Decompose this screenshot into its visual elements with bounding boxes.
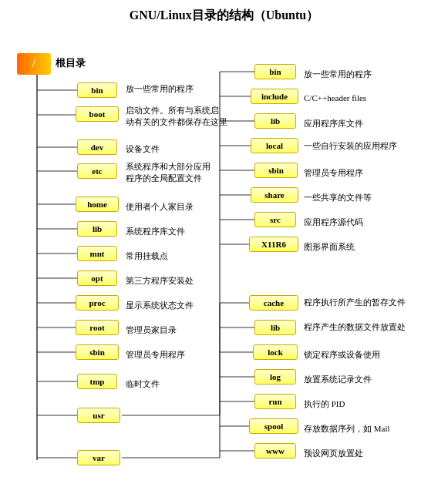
node-usr: usr [77,408,120,423]
label-boot: 启动文件。所有与系统启动有关的文件都保存在这里 [126,105,237,129]
node-sbin-left: sbin [76,344,119,360]
node-boot: boot [76,106,119,122]
label-usr-lib: 应用程序库文件 [304,118,363,129]
root-node: / [17,53,51,75]
label-lib-left: 系统程序库文件 [126,226,185,237]
label-root-dir: 管理员家目录 [126,324,177,336]
node-proc: proc [76,295,119,311]
label-usr-share: 一些共享的文件等 [304,192,372,203]
node-var: var [77,450,120,465]
node-lib-left: lib [77,221,117,237]
label-var-www: 预设网页放置处 [304,448,363,459]
label-mnt: 常用挂载点 [126,250,168,262]
node-var-lib: lib [254,320,296,335]
node-usr-x11r6: X11R6 [249,237,298,252]
label-var-log: 放置系统记录文件 [304,374,372,385]
label-usr-sbin: 管理员专用程序 [304,167,363,179]
label-var-cache: 程序执行所产生的暂存文件 [304,297,439,308]
label-bin-left: 放一些常用的程序 [126,83,194,95]
node-usr-local: local [251,138,298,153]
label-opt: 第三方程序安装处 [126,275,194,287]
node-root-dir: root [76,320,119,335]
node-dev: dev [77,139,117,155]
label-proc: 显示系统状态文件 [126,300,194,311]
node-usr-lib: lib [254,113,296,129]
node-opt: opt [77,270,117,286]
node-usr-share: share [251,187,298,203]
node-bin-left: bin [77,82,117,98]
node-var-lock: lock [253,344,298,360]
label-sbin-left: 管理员专用程序 [126,349,185,361]
label-var-spool: 存放数据序列，如 Mail [304,423,439,435]
node-usr-src: src [254,212,296,227]
node-usr-sbin: sbin [254,163,298,178]
root-label: 根目录 [56,56,86,70]
label-usr-src: 应用程序源代码 [304,217,363,228]
node-var-cache: cache [249,295,298,311]
node-var-run: run [254,394,296,409]
node-usr-include: include [251,89,298,104]
page-title: GNU/Linux目录的结构（Ubuntu） [0,0,448,30]
label-var-lock: 锁定程序或设备使用 [304,349,380,361]
node-etc: etc [77,163,117,179]
node-mnt: mnt [77,246,117,261]
node-var-log: log [254,369,296,385]
node-tmp: tmp [77,374,117,389]
label-tmp: 临时文件 [126,378,160,390]
connector-lines [0,30,448,487]
label-usr-local: 一些自行安装的应用程序 [304,140,435,152]
label-usr-bin: 放一些常用的程序 [304,69,372,80]
node-var-spool: spool [249,418,298,434]
label-etc: 系统程序和大部分应用程序的全局配置文件 [126,161,234,185]
label-var-run: 执行的 PID [304,398,345,410]
node-usr-bin: bin [254,64,296,79]
diagram: / 根目录 bin 放一些常用的程序 boot 启动文件。所有与系统启动有关的文… [0,30,448,487]
label-dev: 设备文件 [126,143,160,155]
node-home: home [76,196,119,212]
label-var-lib: 程序产生的数据文件放置处 [304,321,439,333]
node-var-www: www [254,443,296,458]
label-usr-include: C/C++header files [304,93,366,102]
label-home: 使用者个人家目录 [126,201,194,213]
label-usr-x11r6: 图形界面系统 [304,241,355,253]
